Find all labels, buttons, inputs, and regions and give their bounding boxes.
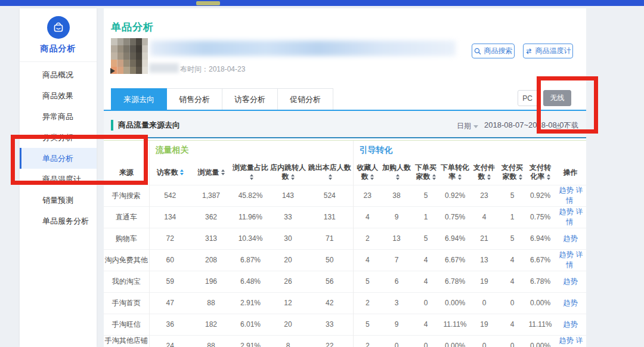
value-cell: 4 — [411, 271, 440, 292]
value-cell: 30 — [270, 228, 306, 249]
value-cell: 6 — [382, 271, 411, 292]
column-header[interactable]: 浏览量占比 — [231, 160, 270, 185]
column-header[interactable]: 店内跳转人数 — [270, 160, 306, 185]
trend-link[interactable]: 趋势 — [559, 250, 574, 259]
column-header[interactable]: 下单买家数 — [411, 160, 440, 185]
column-header[interactable]: 下单转化率 — [440, 160, 470, 185]
trend-link[interactable]: 趋势 — [564, 234, 578, 243]
tab-item[interactable]: 促销分析 — [278, 88, 333, 110]
trend-link[interactable]: 趋势 — [564, 299, 578, 307]
product-search-button[interactable]: 商品搜索 — [472, 44, 515, 58]
value-cell: 143 — [270, 185, 306, 206]
sort-icon[interactable] — [221, 169, 225, 175]
value-cell: 24 — [149, 335, 191, 347]
value-cell: 0 — [470, 335, 499, 347]
column-header[interactable]: 支付转化率 — [526, 160, 555, 185]
column-header[interactable]: 加购人数 — [382, 160, 411, 185]
table-row: 手淘搜索5421,38745.82%143524233850.92%2350.9… — [104, 185, 586, 206]
value-cell: 11.11% — [526, 314, 555, 335]
value-cell: 45.82% — [231, 185, 270, 206]
date-dropdown[interactable]: 日期 — [457, 121, 478, 131]
section-toolbar: 商品流量来源去向 日期 2018-08-07~2018-08-07 下载 — [104, 111, 586, 138]
value-cell: 542 — [149, 185, 191, 206]
source-cell: 手淘首页 — [104, 292, 149, 314]
actions-cell: 趋势详情 — [555, 185, 586, 206]
value-cell: 5 — [499, 185, 526, 206]
value-cell: 0 — [499, 292, 526, 314]
value-cell: 4 — [499, 271, 526, 292]
sidebar-item-link[interactable]: 单品服务分析 — [20, 210, 97, 231]
value-cell: 131 — [306, 206, 353, 228]
sort-icon[interactable] — [250, 174, 253, 180]
sort-icon[interactable] — [487, 174, 491, 180]
value-cell: 88 — [191, 335, 231, 347]
value-cell: 0.00% — [440, 292, 470, 314]
traffic-source-table: 流量相关 引导转化 来源访客数浏览量浏览量占比店内跳转人数跳出本店人数收藏人数加… — [104, 141, 586, 347]
value-cell: 134 — [149, 206, 191, 228]
value-cell: 1 — [499, 206, 526, 228]
actions-cell: 趋势 — [555, 271, 586, 292]
sort-icon[interactable] — [370, 174, 374, 180]
column-header[interactable]: 收藏人数 — [353, 160, 382, 185]
column-header[interactable]: 支付买家数 — [499, 160, 526, 185]
loading-indicator — [196, 1, 220, 5]
sort-icon[interactable] — [519, 174, 522, 180]
value-cell: 0 — [470, 292, 499, 314]
value-cell: 2 — [353, 228, 382, 249]
sort-icon[interactable] — [180, 169, 184, 175]
search-icon — [474, 48, 481, 55]
tab-item[interactable]: 销售分析 — [167, 88, 222, 110]
value-cell: 6.78% — [440, 271, 470, 292]
sidebar-item-link[interactable]: 商品效果 — [20, 85, 97, 106]
value-cell: 0 — [382, 335, 411, 347]
trend-link[interactable]: 趋势 — [559, 186, 574, 194]
value-cell: 50 — [306, 249, 353, 271]
value-cell: 26 — [270, 271, 306, 292]
product-thermometer-button[interactable]: 商品温度计 — [523, 44, 573, 58]
value-cell: 6.78% — [526, 271, 555, 292]
sidebar-item-link[interactable]: 商品概况 — [20, 64, 97, 85]
sort-icon[interactable] — [432, 174, 436, 180]
tab-active[interactable]: 来源去向 — [111, 88, 167, 110]
value-cell: 36 — [149, 314, 191, 335]
sort-icon[interactable] — [547, 174, 550, 180]
app-title: 商品分析 — [20, 44, 97, 54]
toggle-pc[interactable]: PC — [518, 90, 537, 106]
value-cell: 208 — [191, 249, 231, 271]
blurred-text-patch — [149, 63, 179, 73]
table-column-header: 来源访客数浏览量浏览量占比店内跳转人数跳出本店人数收藏人数加购人数下单买家数下单… — [104, 160, 586, 185]
trend-link[interactable]: 趋势 — [559, 207, 574, 216]
column-header[interactable]: 跳出本店人数 — [306, 160, 353, 185]
value-cell: 5 — [411, 228, 440, 249]
source-cell: 购物车 — [104, 228, 149, 249]
sort-icon[interactable] — [396, 174, 400, 180]
sort-icon[interactable] — [291, 174, 295, 180]
sidebar-item-link[interactable]: 销量预测 — [20, 190, 97, 210]
trend-link[interactable]: 趋势 — [559, 336, 574, 345]
sort-icon[interactable] — [329, 174, 332, 180]
value-cell: 6.67% — [440, 249, 470, 271]
tab-item[interactable]: 访客分析 — [222, 88, 278, 110]
value-cell: 22 — [306, 335, 353, 347]
value-cell: 9 — [382, 314, 411, 335]
value-cell: 47 — [149, 292, 191, 314]
source-cell: 直通车 — [104, 206, 149, 228]
swap-icon — [525, 48, 532, 55]
column-header[interactable]: 浏览量 — [191, 160, 231, 185]
value-cell: 362 — [191, 206, 231, 228]
value-cell: 6.01% — [231, 314, 270, 335]
value-cell: 6.94% — [526, 228, 555, 249]
value-cell: 5 — [353, 271, 382, 292]
trend-link[interactable]: 趋势 — [564, 277, 578, 286]
source-cell: 手淘搜索 — [104, 185, 149, 206]
group-conversion: 引导转化 — [353, 141, 555, 160]
value-cell: 20 — [270, 249, 306, 271]
page-title: 单品分析 — [111, 20, 154, 34]
table-row: 手淘旺信361826.01%203359411.11%19411.11%趋势 — [104, 314, 586, 335]
sidebar-item-link[interactable]: 异常商品 — [20, 106, 97, 127]
sort-icon[interactable] — [458, 174, 462, 180]
column-header[interactable]: 访客数 — [149, 160, 191, 185]
value-cell: 42 — [306, 292, 353, 314]
column-header[interactable]: 支付件数 — [470, 160, 499, 185]
trend-link[interactable]: 趋势 — [564, 320, 578, 329]
